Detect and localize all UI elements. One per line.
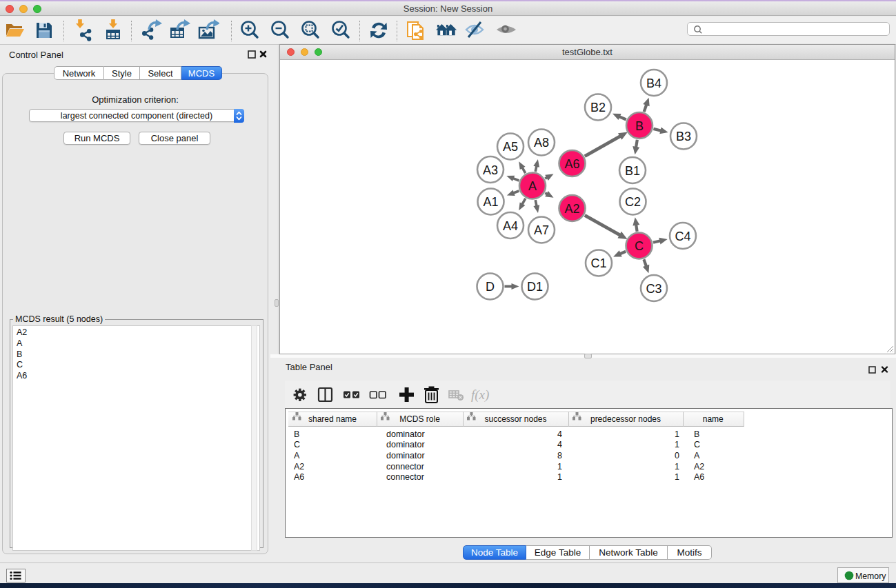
svg-text:D1: D1	[527, 280, 543, 294]
svg-text:C1: C1	[590, 256, 606, 270]
svg-text:B: B	[635, 119, 644, 133]
svg-text:A7: A7	[534, 223, 549, 237]
svg-text:C: C	[635, 239, 644, 253]
svg-text:B3: B3	[676, 130, 691, 143]
svg-text:C3: C3	[646, 282, 661, 296]
svg-text:A6: A6	[564, 157, 579, 171]
svg-text:f(x): f(x)	[471, 387, 489, 403]
svg-text:B4: B4	[646, 77, 661, 90]
svg-text:A3: A3	[483, 163, 498, 177]
svg-text:C4: C4	[675, 230, 690, 243]
svg-text:A: A	[528, 179, 537, 193]
svg-text:D: D	[486, 280, 495, 294]
svg-text:B2: B2	[590, 101, 606, 114]
svg-text:A5: A5	[503, 140, 518, 154]
svg-text:A4: A4	[503, 219, 518, 233]
svg-text:A2: A2	[564, 202, 579, 216]
svg-text:A8: A8	[534, 136, 549, 150]
svg-text:C2: C2	[625, 195, 641, 209]
svg-text:A1: A1	[483, 195, 498, 209]
svg-text:B1: B1	[625, 164, 640, 178]
